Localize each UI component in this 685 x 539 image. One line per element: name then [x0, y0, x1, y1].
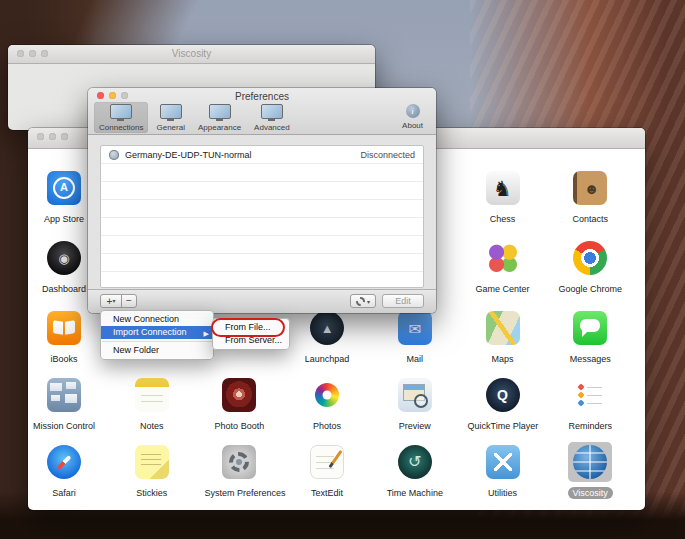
icon-glyph: ♞: [493, 178, 512, 199]
app-label: Messages: [565, 353, 616, 365]
minimize-button-icon[interactable]: [29, 50, 36, 57]
app-icon-wrap: [481, 238, 525, 278]
utilities-icon: [486, 445, 520, 479]
chess-icon: ♞: [486, 171, 520, 205]
prefs-tab-appearance[interactable]: Appearance: [193, 102, 246, 133]
app-contacts[interactable]: ☻Contacts: [550, 168, 630, 226]
icon-glyph: ↺: [408, 454, 421, 470]
app-launchpad[interactable]: ▲Launchpad: [287, 308, 367, 366]
app-label: Mail: [402, 353, 429, 365]
app-icon-wrap: [130, 375, 174, 415]
app-system-preferences[interactable]: System Preferences: [199, 442, 279, 500]
app-label: Photo Booth: [210, 420, 270, 432]
launchpad-icon: ▲: [310, 311, 344, 345]
app-label: Launchpad: [300, 353, 355, 365]
app-safari[interactable]: Safari: [24, 442, 104, 500]
app-maps[interactable]: Maps: [463, 308, 543, 366]
app-textedit[interactable]: TextEdit: [287, 442, 367, 500]
app-label: Game Center: [470, 283, 534, 295]
import-submenu: From File...From Server...: [212, 318, 290, 350]
safari-icon: [47, 445, 81, 479]
app-messages[interactable]: Messages: [550, 308, 630, 366]
app-icon-wrap: [568, 308, 612, 348]
connection-row[interactable]: Germany-DE-UDP-TUN-normalDisconnected: [101, 146, 423, 164]
preferences-header: Preferences ConnectionsGeneralAppearance…: [88, 88, 436, 135]
window-controls: [37, 133, 68, 140]
connections-icon: [110, 104, 132, 119]
app-notes[interactable]: Notes: [112, 375, 192, 433]
app-icon-wrap: [42, 442, 86, 482]
app-icon-wrap: [217, 442, 261, 482]
app-icon-wrap: [393, 375, 437, 415]
app-icon-wrap: [568, 375, 612, 415]
mail-icon: ✉: [398, 311, 432, 345]
app-icon-wrap: Q: [481, 375, 525, 415]
minimize-button-icon[interactable]: [109, 92, 116, 99]
submenu-item-from-server[interactable]: From Server...: [213, 334, 289, 347]
zoom-button-icon[interactable]: [41, 50, 48, 57]
submenu-item-from-file[interactable]: From File...: [213, 321, 289, 334]
tab-label: Appearance: [198, 123, 241, 132]
prefs-tab-connections[interactable]: Connections: [94, 102, 148, 133]
edit-button[interactable]: Edit: [382, 294, 424, 308]
prefs-tab-about[interactable]: i About: [397, 102, 428, 131]
app-icon-wrap: [305, 375, 349, 415]
app-preview[interactable]: Preview: [375, 375, 455, 433]
app-utilities[interactable]: Utilities: [463, 442, 543, 500]
prefs-tab-general[interactable]: General: [151, 102, 189, 133]
globe-icon: [109, 150, 119, 160]
tab-label: Advanced: [254, 123, 290, 132]
app-viscosity[interactable]: Viscosity: [550, 442, 630, 500]
app-mail[interactable]: ✉Mail: [375, 308, 455, 366]
app-photos[interactable]: Photos: [287, 375, 367, 433]
app-icon-wrap: [568, 238, 612, 278]
app-label: Reminders: [563, 420, 617, 432]
menu-item-new-folder[interactable]: New Folder: [101, 344, 213, 357]
chevron-down-icon: ▾: [367, 298, 370, 305]
menu-separator: [102, 341, 212, 342]
app-game-center[interactable]: Game Center: [463, 238, 543, 296]
actions-button[interactable]: ▾: [350, 294, 376, 308]
connection-list[interactable]: Germany-DE-UDP-TUN-normalDisconnected: [100, 145, 424, 288]
minimize-button-icon[interactable]: [49, 133, 56, 140]
app-mission-control[interactable]: Mission Control: [24, 375, 104, 433]
close-button-icon[interactable]: [97, 92, 104, 99]
icon-glyph: ▲: [321, 322, 334, 335]
app-photo-booth[interactable]: Photo Booth: [199, 375, 279, 433]
app-chess[interactable]: ♞Chess: [463, 168, 543, 226]
app-label: Utilities: [483, 487, 522, 499]
preview-icon: [398, 378, 432, 412]
close-button-icon[interactable]: [17, 50, 24, 57]
google-chrome-icon: [573, 241, 607, 275]
add-connection-button[interactable]: +▾: [100, 294, 122, 308]
prefs-tab-advanced[interactable]: Advanced: [249, 102, 295, 133]
preferences-window[interactable]: Preferences ConnectionsGeneralAppearance…: [88, 88, 436, 313]
app-icon-wrap: ◉: [42, 238, 86, 278]
app-ibooks[interactable]: iBooks: [24, 308, 104, 366]
zoom-button-icon[interactable]: [61, 133, 68, 140]
app-icon-wrap: [481, 442, 525, 482]
app-google-chrome[interactable]: Google Chrome: [550, 238, 630, 296]
close-button-icon[interactable]: [37, 133, 44, 140]
add-remove-segmented-control: +▾ −: [100, 294, 137, 308]
messages-icon: [573, 311, 607, 345]
menu-item-import-connection[interactable]: Import Connection▶: [101, 326, 213, 339]
zoom-button-icon[interactable]: [121, 92, 128, 99]
app-quicktime-player[interactable]: QQuickTime Player: [463, 375, 543, 433]
system-preferences-icon: [222, 445, 256, 479]
app-label: Stickies: [131, 487, 172, 499]
app-time-machine[interactable]: ↺Time Machine: [375, 442, 455, 500]
app-label: QuickTime Player: [463, 420, 544, 432]
app-label: Viscosity: [568, 487, 613, 499]
app-icon-wrap: [42, 375, 86, 415]
remove-connection-button[interactable]: −: [121, 294, 137, 308]
icon-glyph: ◉: [58, 252, 69, 265]
advanced-icon: [261, 104, 283, 119]
app-icon-wrap: A: [42, 168, 86, 208]
app-reminders[interactable]: Reminders: [550, 375, 630, 433]
app-label: Maps: [486, 353, 518, 365]
app-stickies[interactable]: Stickies: [112, 442, 192, 500]
menu-item-new-connection[interactable]: New Connection: [101, 313, 213, 326]
time-machine-icon: ↺: [398, 445, 432, 479]
app-icon-wrap: [481, 308, 525, 348]
